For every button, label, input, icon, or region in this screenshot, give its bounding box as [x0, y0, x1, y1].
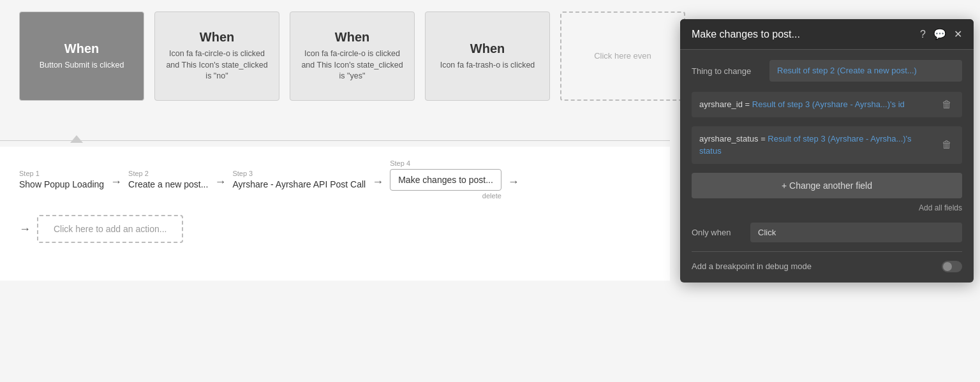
arrow-1: → — [110, 175, 122, 189]
thing-to-change-label: Thing to change — [692, 66, 762, 76]
add-action-box[interactable]: Click here to add an action... — [37, 215, 183, 243]
step-1-label: Step 1 — [19, 170, 104, 177]
step-1[interactable]: Step 1 Show Popup Loading — [19, 170, 104, 189]
field-1-equals: = — [745, 99, 752, 109]
field-2-key: ayrshare_status — [699, 134, 759, 143]
when-block-3[interactable]: When Icon fa fa-circle-o is clicked and … — [290, 11, 415, 101]
when-block-2-title: When — [200, 30, 234, 45]
when-block-3-title: When — [335, 30, 369, 45]
breakpoint-label: Add a breakpoint in debug mode — [692, 261, 812, 271]
when-block-4-desc: Icon fa fa-trash-o is clicked — [440, 60, 535, 71]
step-2-label: Step 2 — [128, 170, 208, 177]
field-1-delete-icon[interactable]: 🗑 — [939, 99, 954, 110]
step-2[interactable]: Step 2 Create a new post... — [128, 170, 208, 189]
when-block-1-desc: Button Submit is clicked — [40, 60, 124, 71]
step-3-label: Step 3 — [232, 170, 366, 177]
when-block-5-desc: Click here even — [594, 50, 651, 62]
field-2-equals: = — [761, 134, 768, 143]
step-4-delete[interactable]: delete — [390, 192, 501, 200]
only-when-row: Only when Click — [692, 223, 962, 252]
breakpoint-row: Add a breakpoint in debug mode — [692, 261, 962, 272]
canvas: When Button Submit is clicked When Icon … — [0, 0, 980, 382]
step-2-name: Create a new post... — [128, 179, 208, 189]
when-block-4[interactable]: When Icon fa fa-trash-o is clicked — [425, 11, 550, 101]
breakpoint-toggle-knob — [943, 262, 952, 271]
when-block-2[interactable]: When Icon fa fa-circle-o is clicked and … — [154, 11, 279, 101]
step-4-name: Make changes to post... — [390, 169, 501, 191]
close-icon-button[interactable]: ✕ — [954, 28, 962, 40]
field-1-value: Result of step 3 (Ayrshare - Ayrsha...)'… — [752, 99, 905, 109]
close-icon: ✕ — [954, 29, 962, 40]
step-3-name: Ayrshare - Ayrshare API Post Call — [232, 179, 366, 189]
arrow-3: → — [372, 175, 383, 189]
when-block-1[interactable]: When Button Submit is clicked — [19, 11, 144, 101]
when-block-3-desc: Icon fa fa-circle-o is clicked and This … — [298, 48, 406, 82]
panel-header-icons: ? 💬 ✕ — [920, 28, 962, 40]
triangle-indicator — [70, 135, 83, 143]
panel: Make changes to post... ? 💬 ✕ Thing to c… — [680, 19, 974, 283]
panel-body: Thing to change Result of step 2 (Create… — [680, 50, 974, 283]
step-4-label: Step 4 — [390, 159, 501, 167]
arrow-2: → — [214, 175, 226, 189]
when-block-4-title: When — [470, 41, 505, 56]
panel-header: Make changes to post... ? 💬 ✕ — [680, 19, 974, 50]
when-block-1-title: When — [64, 41, 99, 56]
field-1-content: ayrshare_id = Result of step 3 (Ayrshare… — [699, 98, 933, 111]
only-when-label: Only when — [692, 228, 743, 237]
thing-to-change-row: Thing to change Result of step 2 (Create… — [692, 60, 962, 82]
breakpoint-toggle[interactable] — [942, 261, 962, 272]
field-2-content: ayrshare_status = Result of step 3 (Ayrs… — [699, 133, 933, 158]
add-action-row: → Click here to add an action... — [19, 215, 651, 243]
chat-icon: 💬 — [933, 29, 946, 40]
help-icon-button[interactable]: ? — [920, 29, 926, 40]
thing-to-change-value[interactable]: Result of step 2 (Create a new post...) — [769, 60, 962, 82]
panel-title: Make changes to post... — [692, 29, 800, 40]
when-block-5[interactable]: Click here even — [560, 11, 685, 101]
field-row-1: ayrshare_id = Result of step 3 (Ayrshare… — [692, 92, 962, 117]
step-1-name: Show Popup Loading — [19, 179, 104, 189]
add-all-fields-link[interactable]: Add all fields — [692, 203, 962, 212]
arrow-4: → — [508, 175, 519, 189]
steps-row: Step 1 Show Popup Loading → Step 2 Creat… — [19, 159, 651, 200]
steps-area: Step 1 Show Popup Loading → Step 2 Creat… — [0, 147, 670, 281]
divider-line — [0, 140, 670, 141]
only-when-value[interactable]: Click — [750, 223, 962, 242]
field-1-key: ayrshare_id — [699, 99, 743, 109]
help-icon: ? — [920, 29, 926, 40]
chat-icon-button[interactable]: 💬 — [933, 28, 946, 40]
step-4[interactable]: Step 4 Make changes to post... delete — [390, 159, 501, 200]
change-another-field-button[interactable]: + Change another field — [692, 173, 962, 198]
field-2-delete-icon[interactable]: 🗑 — [939, 139, 954, 151]
step-3[interactable]: Step 3 Ayrshare - Ayrshare API Post Call — [232, 170, 366, 189]
when-block-2-desc: Icon fa fa-circle-o is clicked and This … — [163, 48, 271, 82]
add-action-arrow: → — [19, 223, 31, 236]
field-row-2: ayrshare_status = Result of step 3 (Ayrs… — [692, 126, 962, 164]
